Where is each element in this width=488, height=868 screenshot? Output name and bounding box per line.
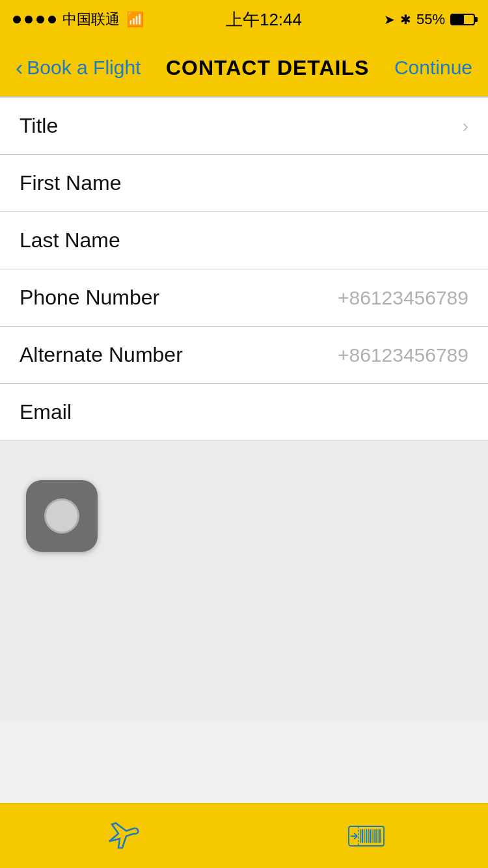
bluetooth-icon: ✱ — [400, 12, 411, 27]
back-button[interactable]: ‹ Book a Flight — [16, 57, 141, 79]
home-button[interactable] — [26, 480, 98, 552]
title-label: Title — [20, 114, 58, 138]
back-label: Book a Flight — [27, 57, 141, 79]
home-button-inner — [44, 498, 79, 534]
signal-dot-1 — [13, 16, 21, 23]
continue-button[interactable]: Continue — [394, 57, 472, 79]
carrier-label: 中国联通 — [62, 10, 120, 29]
battery-icon — [450, 14, 475, 25]
alternate-number-row[interactable]: Alternate Number — [0, 327, 488, 384]
status-right: ➤ ✱ 55% — [384, 11, 475, 28]
back-chevron-icon: ‹ — [16, 56, 23, 78]
chevron-right-icon: › — [463, 116, 468, 137]
clock: 上午12:44 — [226, 8, 302, 31]
boarding-pass-tab[interactable] — [318, 813, 415, 859]
location-icon: ➤ — [384, 12, 395, 27]
first-name-row[interactable]: First Name — [0, 155, 488, 212]
first-name-input[interactable] — [134, 172, 468, 195]
last-name-input[interactable] — [133, 230, 468, 252]
status-left: 中国联通 📶 — [13, 10, 144, 29]
phone-number-label: Phone Number — [20, 286, 159, 310]
last-name-label: Last Name — [20, 228, 120, 252]
contact-form: Title › First Name Last Name Phone Numbe… — [0, 98, 488, 441]
battery-fill — [452, 15, 464, 24]
email-row[interactable]: Email — [0, 384, 488, 441]
alternate-number-input[interactable] — [196, 344, 468, 366]
signal-dots — [13, 16, 56, 23]
nav-bar: ‹ Book a Flight CONTACT DETAILS Continue — [0, 39, 488, 96]
battery-percent: 55% — [416, 11, 445, 28]
email-input[interactable] — [85, 401, 468, 424]
bottom-tab-bar — [0, 803, 488, 868]
page-title: CONTACT DETAILS — [166, 56, 369, 80]
signal-dot-4 — [48, 16, 56, 23]
phone-number-input[interactable] — [172, 287, 468, 309]
gray-area — [0, 441, 488, 721]
title-row[interactable]: Title › — [0, 98, 488, 155]
last-name-row[interactable]: Last Name — [0, 212, 488, 269]
signal-dot-3 — [36, 16, 44, 23]
alternate-number-label: Alternate Number — [20, 343, 183, 367]
signal-dot-2 — [25, 16, 33, 23]
flights-tab[interactable] — [74, 813, 171, 859]
email-label: Email — [20, 400, 72, 424]
wifi-icon: 📶 — [126, 11, 144, 28]
airplane-svg-icon — [103, 817, 142, 856]
status-bar: 中国联通 📶 上午12:44 ➤ ✱ 55% — [0, 0, 488, 39]
boarding-pass-svg-icon — [347, 817, 386, 856]
phone-number-row[interactable]: Phone Number — [0, 269, 488, 327]
first-name-label: First Name — [20, 171, 121, 195]
